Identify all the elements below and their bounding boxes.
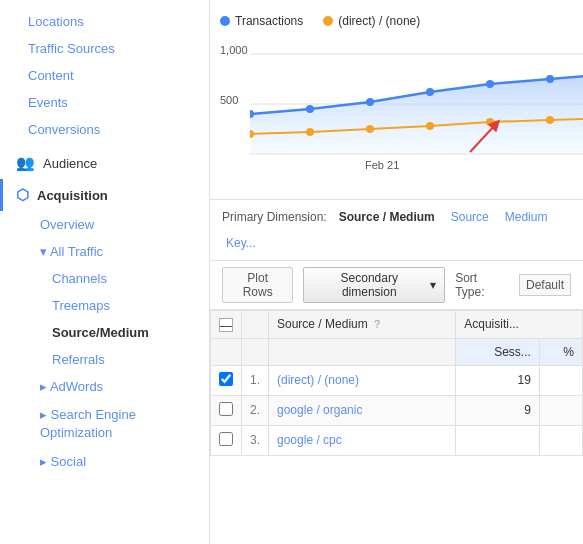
row1-source: (direct) / (none) [269, 365, 456, 395]
audience-icon: 👥 [16, 154, 35, 172]
row1-sessions: 19 [456, 365, 540, 395]
th-checkbox: — [211, 311, 242, 339]
row3-source: google / cpc [269, 425, 456, 455]
row3-checkbox-cell [211, 425, 242, 455]
row1-source-link[interactable]: (direct) / (none) [277, 373, 359, 387]
row2-sessions: 9 [456, 395, 540, 425]
row2-checkbox[interactable] [219, 402, 233, 416]
th-sessions: Sess... [456, 338, 540, 365]
sidebar-acquisition-label: Acquisition [37, 188, 108, 203]
row2-percent-cell [539, 395, 582, 425]
row3-checkbox[interactable] [219, 432, 233, 446]
chart-svg: Feb 21 [250, 34, 583, 174]
feb-label: Feb 21 [365, 159, 399, 171]
th-percent: % [539, 338, 582, 365]
sort-type-label: Sort Type: [455, 271, 509, 299]
blue-dot-6 [546, 75, 554, 83]
secondary-dim-label: Secondary dimension [312, 271, 426, 299]
secondary-dim-button[interactable]: Secondary dimension ▾ [303, 267, 445, 303]
main-content: Transactions (direct) / (none) 1,000 500 [210, 0, 583, 544]
sidebar-audience-label: Audience [43, 156, 97, 171]
th-sub-source [269, 338, 456, 365]
table-scroll: — Source / Medium ? Acquisiti... Sess...… [210, 310, 583, 544]
help-icon[interactable]: ? [374, 318, 380, 330]
row3-sessions [456, 425, 540, 455]
sidebar-item-all-traffic[interactable]: ▾ All Traffic [0, 238, 209, 265]
sidebar-section-top: Locations Traffic Sources Content Events… [0, 8, 209, 143]
sidebar-item-treemaps[interactable]: Treemaps [0, 292, 209, 319]
acquisition-icon: ⬡ [16, 186, 29, 204]
plot-rows-button[interactable]: Plot Rows [222, 267, 293, 303]
blue-area [250, 74, 583, 154]
orange-dot-6 [546, 116, 554, 124]
th-num [242, 311, 269, 339]
dim-source[interactable]: Source [447, 208, 493, 226]
legend-direct-none: (direct) / (none) [323, 14, 420, 28]
sidebar: Locations Traffic Sources Content Events… [0, 0, 210, 544]
data-table: — Source / Medium ? Acquisiti... Sess...… [210, 310, 583, 456]
sidebar-item-audience[interactable]: 👥 Audience [0, 147, 209, 179]
row1-checkbox-cell [211, 365, 242, 395]
sidebar-item-locations[interactable]: Locations [0, 8, 209, 35]
sidebar-item-source-medium[interactable]: Source/Medium [0, 319, 209, 346]
chart-svg-wrapper: 1,000 500 [220, 34, 573, 189]
row2-num: 2. [242, 395, 269, 425]
row2-checkbox-cell [211, 395, 242, 425]
sidebar-item-channels[interactable]: Channels [0, 265, 209, 292]
chart-area: Transactions (direct) / (none) 1,000 500 [210, 0, 583, 200]
sort-type-value: Default [519, 274, 571, 296]
sidebar-item-referrals[interactable]: Referrals [0, 346, 209, 373]
primary-dim-bar: Primary Dimension: Source / Medium Sourc… [210, 200, 583, 261]
row1-num: 1. [242, 365, 269, 395]
table-row: 2. google / organic 9 [211, 395, 583, 425]
transactions-dot [220, 16, 230, 26]
orange-dot-4 [426, 122, 434, 130]
row1-percent-cell [539, 365, 582, 395]
row3-percent-cell [539, 425, 582, 455]
th-source-medium: Source / Medium ? [269, 311, 456, 339]
legend-transactions: Transactions [220, 14, 303, 28]
row3-source-link[interactable]: google / cpc [277, 433, 342, 447]
primary-dim-label: Primary Dimension: [222, 210, 327, 224]
row1-checkbox[interactable] [219, 372, 233, 386]
table-row: 3. google / cpc [211, 425, 583, 455]
direct-none-dot [323, 16, 333, 26]
sidebar-item-seo[interactable]: ▸ Search Engine Optimization [0, 400, 209, 448]
dim-medium[interactable]: Medium [501, 208, 552, 226]
y-label-1000: 1,000 [220, 44, 248, 56]
th-acquisition: Acquisiti... [456, 311, 583, 339]
sidebar-item-content[interactable]: Content [0, 62, 209, 89]
table-controls: Plot Rows Secondary dimension ▾ Sort Typ… [210, 261, 583, 310]
orange-dot-2 [306, 128, 314, 136]
blue-dot-3 [366, 98, 374, 106]
orange-dot-5 [486, 118, 494, 126]
table-row: 1. (direct) / (none) 19 [211, 365, 583, 395]
sidebar-item-adwords[interactable]: ▸ AdWords [0, 373, 209, 400]
chevron-down-icon: ▾ [430, 278, 436, 292]
row2-source: google / organic [269, 395, 456, 425]
direct-none-label: (direct) / (none) [338, 14, 420, 28]
row3-num: 3. [242, 425, 269, 455]
blue-dot-4 [426, 88, 434, 96]
th-sub-checkbox [211, 338, 242, 365]
sidebar-item-traffic-sources[interactable]: Traffic Sources [0, 35, 209, 62]
dim-source-medium[interactable]: Source / Medium [335, 208, 439, 226]
chart-legend: Transactions (direct) / (none) [220, 10, 573, 34]
sidebar-item-overview[interactable]: Overview [0, 211, 209, 238]
header-checkbox[interactable]: — [219, 318, 233, 332]
th-sub-num [242, 338, 269, 365]
row2-source-link[interactable]: google / organic [277, 403, 362, 417]
blue-dot-5 [486, 80, 494, 88]
orange-dot-3 [366, 125, 374, 133]
sidebar-item-events[interactable]: Events [0, 89, 209, 116]
sidebar-item-social[interactable]: ▸ Social [0, 448, 209, 475]
sidebar-item-conversions[interactable]: Conversions [0, 116, 209, 143]
blue-dot-2 [306, 105, 314, 113]
y-label-500: 500 [220, 94, 238, 106]
sidebar-item-acquisition[interactable]: ⬡ Acquisition [0, 179, 209, 211]
transactions-label: Transactions [235, 14, 303, 28]
dim-keyword[interactable]: Key... [222, 234, 260, 252]
